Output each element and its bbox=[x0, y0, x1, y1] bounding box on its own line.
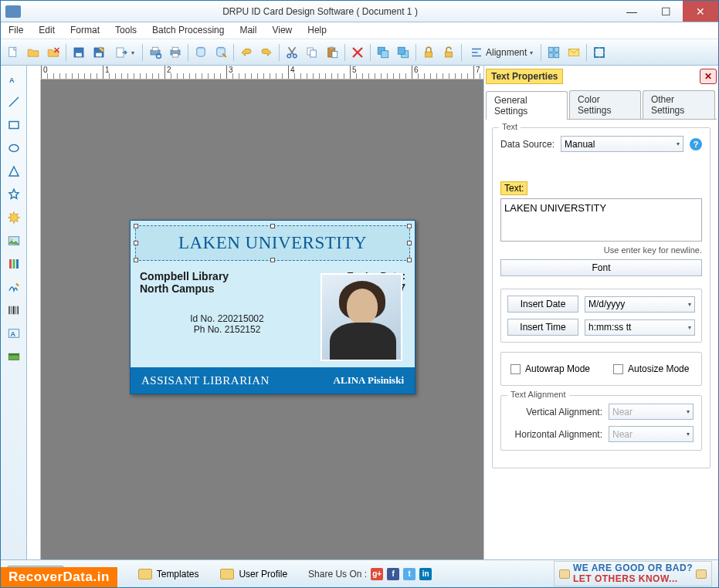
menu-file[interactable]: File bbox=[1, 22, 31, 39]
time-format-select[interactable]: h:mm:ss tt▾ bbox=[585, 319, 695, 336]
autowrap-checkbox[interactable]: Autowrap Mode bbox=[510, 363, 590, 374]
print-button[interactable] bbox=[166, 43, 185, 62]
panel-close-button[interactable]: ✕ bbox=[700, 69, 717, 84]
svg-rect-13 bbox=[172, 54, 178, 58]
new-button[interactable] bbox=[4, 43, 22, 62]
titlebar: DRPU ID Card Design Software ( Document … bbox=[1, 1, 718, 22]
card-id-no[interactable]: Id No. 220215002 bbox=[140, 313, 314, 324]
text-properties-panel: Text Properties ✕ General Settings Color… bbox=[483, 66, 718, 559]
ruler-tick: 0 bbox=[41, 66, 103, 79]
facebook-icon[interactable]: f bbox=[387, 568, 399, 580]
star-tool[interactable] bbox=[4, 184, 24, 204]
tab-other-settings[interactable]: Other Settings bbox=[643, 90, 715, 119]
grid-button[interactable] bbox=[544, 43, 563, 62]
text-label: Text: bbox=[500, 181, 527, 195]
card-tool[interactable] bbox=[4, 346, 24, 367]
wordart-tool[interactable]: A bbox=[4, 323, 24, 343]
fit-button[interactable] bbox=[590, 43, 609, 62]
card-title-box[interactable]: LAKEN UNIVERSTITY bbox=[135, 225, 410, 261]
autosize-checkbox[interactable]: Autosize Mode bbox=[613, 363, 689, 374]
mail-button[interactable] bbox=[565, 43, 583, 62]
id-card[interactable]: LAKEN UNIVERSTITY Compbell Library North… bbox=[130, 220, 415, 394]
copy-button[interactable] bbox=[303, 43, 321, 62]
canvas[interactable]: LAKEN UNIVERSTITY Compbell Library North… bbox=[41, 79, 483, 559]
card-campus[interactable]: North Campus bbox=[140, 282, 314, 295]
maximize-button[interactable]: ☐ bbox=[649, 1, 683, 22]
tab-general-settings[interactable]: General Settings bbox=[486, 91, 568, 120]
card-title-text[interactable]: LAKEN UNIVERSTITY bbox=[178, 233, 367, 253]
menu-batch-processing[interactable]: Batch Processing bbox=[144, 22, 232, 39]
svg-rect-30 bbox=[446, 52, 453, 57]
text-legend: Text bbox=[499, 122, 521, 131]
card-library[interactable]: Compbell Library bbox=[140, 270, 314, 282]
close-button[interactable]: ✕ bbox=[683, 1, 718, 22]
menu-tools[interactable]: Tools bbox=[107, 22, 144, 39]
templates-button[interactable]: Templates bbox=[130, 566, 208, 583]
menu-edit[interactable]: Edit bbox=[31, 22, 63, 39]
ruler-tick: 6 bbox=[412, 66, 473, 79]
alignment-legend: Text Alignment bbox=[507, 390, 569, 399]
thumb-down-icon bbox=[696, 569, 707, 579]
save-as-button[interactable] bbox=[90, 43, 108, 62]
ruler-tick: 3 bbox=[226, 66, 288, 79]
card-name[interactable]: ALINA Pisiniski bbox=[334, 374, 404, 387]
menu-mail[interactable]: Mail bbox=[232, 22, 264, 39]
insert-time-button[interactable]: Insert Time bbox=[507, 319, 578, 336]
library-tool[interactable] bbox=[4, 254, 24, 274]
triangle-tool[interactable] bbox=[4, 161, 24, 181]
unlock-button[interactable] bbox=[439, 43, 458, 62]
card-photo[interactable] bbox=[320, 273, 402, 361]
thumb-up-icon bbox=[559, 569, 570, 579]
ellipse-tool[interactable] bbox=[4, 138, 24, 158]
text-tool[interactable]: A bbox=[4, 69, 24, 89]
bring-to-front-button[interactable] bbox=[394, 43, 412, 62]
database-button[interactable] bbox=[192, 43, 210, 62]
twitter-icon[interactable]: t bbox=[403, 568, 415, 580]
menu-format[interactable]: Format bbox=[63, 22, 107, 39]
menu-view[interactable]: View bbox=[264, 22, 300, 39]
print-preview-button[interactable] bbox=[146, 43, 164, 62]
ruler-tick: 1 bbox=[103, 66, 164, 79]
text-input[interactable]: LAKEN UNIVERSTITY bbox=[500, 198, 702, 242]
panel-title: Text Properties bbox=[486, 69, 563, 84]
user-profile-button[interactable]: User Profile bbox=[212, 566, 296, 583]
rectangle-tool[interactable] bbox=[4, 115, 24, 135]
svg-rect-37 bbox=[555, 53, 559, 58]
linkedin-icon[interactable]: in bbox=[419, 568, 432, 580]
insert-date-button[interactable]: Insert Date bbox=[507, 296, 578, 313]
barcode-tool[interactable] bbox=[4, 300, 24, 320]
lock-button[interactable] bbox=[419, 43, 438, 62]
redo-button[interactable] bbox=[257, 43, 276, 62]
signature-tool[interactable] bbox=[4, 277, 24, 297]
newline-hint: Use enter key for newline. bbox=[500, 245, 702, 255]
card-ph-no[interactable]: Ph No. 2152152 bbox=[140, 324, 314, 335]
google-plus-icon[interactable]: g+ bbox=[371, 568, 383, 580]
font-button[interactable]: Font bbox=[500, 259, 702, 276]
menubar: File Edit Format Tools Batch Processing … bbox=[1, 22, 718, 39]
alignment-button[interactable]: Alignment▾ bbox=[465, 43, 538, 62]
burst-tool[interactable] bbox=[4, 208, 24, 228]
send-to-back-button[interactable] bbox=[374, 43, 392, 62]
svg-rect-9 bbox=[152, 47, 158, 51]
export-button[interactable]: ▾ bbox=[110, 43, 139, 62]
minimize-button[interactable]: — bbox=[615, 1, 649, 22]
menu-help[interactable]: Help bbox=[300, 22, 334, 39]
help-icon[interactable]: ? bbox=[690, 138, 702, 150]
delete-button[interactable] bbox=[348, 43, 367, 62]
image-tool[interactable] bbox=[4, 231, 24, 251]
card-role[interactable]: ASSISANT LIBRARIAN bbox=[141, 374, 270, 387]
open-button[interactable] bbox=[24, 43, 42, 62]
paste-button[interactable] bbox=[323, 43, 341, 62]
database-edit-button[interactable] bbox=[212, 43, 230, 62]
svg-rect-51 bbox=[12, 306, 14, 315]
save-button[interactable] bbox=[70, 43, 88, 62]
date-format-select[interactable]: M/d/yyyy▾ bbox=[585, 296, 695, 313]
promo-banner[interactable]: WE ARE GOOD OR BAD? LET OTHERS KNOW... bbox=[554, 561, 712, 586]
delete-folder-button[interactable] bbox=[44, 43, 63, 62]
undo-button[interactable] bbox=[237, 43, 256, 62]
line-tool[interactable] bbox=[4, 92, 24, 112]
cut-button[interactable] bbox=[283, 43, 301, 62]
tab-color-settings[interactable]: Color Settings bbox=[569, 90, 641, 119]
data-source-select[interactable]: Manual▾ bbox=[561, 136, 683, 152]
text-fieldset: Text Data Source: Manual▾ ? Text: LAKEN … bbox=[492, 127, 711, 468]
